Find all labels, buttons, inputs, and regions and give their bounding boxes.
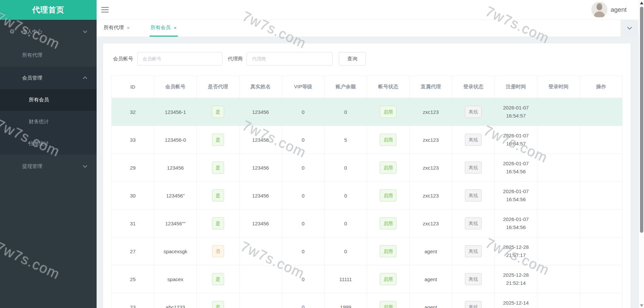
- cell-account: spacex: [154, 265, 197, 293]
- column-header: ID: [112, 76, 154, 98]
- cell-register-time: 2026-01-0716:54:56: [495, 154, 537, 182]
- close-tab-icon[interactable]: ×: [127, 25, 130, 31]
- cell-login-time: [537, 182, 580, 210]
- cell-vip-level: 0: [282, 126, 324, 154]
- cell-login-time: [537, 237, 580, 265]
- sidebar-item-label: 个人中心: [22, 29, 42, 35]
- cell-vip-level: 0: [282, 265, 324, 293]
- cell-action: [580, 237, 622, 265]
- table-row[interactable]: 30 123456" 是 123456 0 0 启用 zxc123 离线 202…: [112, 182, 623, 210]
- cell-vip-level: 0: [282, 154, 324, 182]
- sidebar-item-withdraw-management[interactable]: 提现管理: [0, 155, 97, 178]
- hamburger-menu-icon[interactable]: [101, 7, 109, 12]
- cell-real-name: 123456: [239, 98, 282, 126]
- cell-account-status: 启用: [367, 210, 410, 237]
- agent-filter-input[interactable]: [247, 52, 333, 65]
- cell-real-name: 123456: [239, 154, 282, 182]
- cell-is-agent: 是: [197, 293, 239, 308]
- table-row[interactable]: 33 123456-0 是 123456 0 5 启用 zxc123 离线 20…: [112, 126, 623, 154]
- cell-account: 123456: [154, 154, 197, 182]
- sidebar-item-label: 所有代理: [22, 52, 42, 58]
- content: 会员帐号 代理商 查询 ID会员帐号是否代理真实姓名VIP等级账户余额帐号状态直…: [97, 37, 644, 308]
- cell-direct-agent: zxc123: [410, 98, 452, 126]
- status-badge: 启用: [380, 217, 396, 229]
- cell-account-status: 启用: [367, 182, 410, 210]
- topbar: agent: [97, 0, 644, 20]
- cell-action: [580, 98, 622, 126]
- cell-account: spacexsgk: [154, 237, 197, 265]
- cell-register-time: 2026-01-0716:54:57: [495, 126, 537, 154]
- login-status-badge: 离线: [465, 162, 482, 174]
- sidebar-item-label: 注单统计: [29, 140, 49, 147]
- user-menu[interactable]: agent: [591, 2, 644, 18]
- sidebar-item-member-management[interactable]: 会员管理: [0, 67, 97, 89]
- table-row[interactable]: 31 123456"" 是 123456 0 0 启用 zxc123 离线 20…: [112, 210, 623, 237]
- table-row[interactable]: 29 123456 是 123456 0 0 启用 zxc123 离线 2026…: [112, 154, 623, 182]
- cell-id: 27: [112, 237, 154, 265]
- search-button[interactable]: 查询: [339, 52, 366, 65]
- user-avatar[interactable]: [591, 2, 607, 18]
- cell-id: 32: [112, 98, 154, 126]
- cell-is-agent: 是: [197, 210, 239, 237]
- sidebar-item-label: 所有会员: [29, 97, 49, 103]
- is-agent-badge: 否: [212, 245, 224, 257]
- chevron-up-icon: [83, 76, 87, 81]
- cell-login-time: [537, 265, 580, 293]
- username-label: agent: [610, 6, 627, 13]
- cell-login-status: 离线: [452, 98, 495, 126]
- login-status-badge: 离线: [465, 106, 482, 118]
- sidebar-item-all-agents[interactable]: 所有代理: [0, 43, 97, 67]
- table-row[interactable]: 32 123456-1 是 123456 0 0 启用 zxc123 离线 20…: [112, 98, 623, 126]
- table-row[interactable]: 23 abc1233 是 0 1999 启用 agent 离线 2025-12-…: [112, 293, 623, 308]
- sidebar-item-all-members[interactable]: 所有会员: [0, 89, 97, 111]
- login-status-badge: 离线: [465, 245, 482, 257]
- status-badge: 启用: [380, 273, 396, 285]
- cell-direct-agent: agent: [410, 293, 452, 308]
- cell-account-status: 启用: [367, 265, 410, 293]
- scroll-down-arrow-icon[interactable]: [640, 304, 643, 307]
- cell-vip-level: 0: [282, 293, 324, 308]
- cell-balance: 0: [324, 154, 367, 182]
- status-badge: 启用: [380, 134, 396, 146]
- cell-login-status: 离线: [452, 210, 495, 237]
- is-agent-badge: 是: [212, 106, 224, 118]
- sidebar-item-finance-stats[interactable]: 财务统计: [0, 111, 97, 133]
- tab-bar: 所有代理 × 所有会员 ×: [97, 20, 644, 37]
- tab-label: 所有会员: [151, 25, 171, 31]
- cell-direct-agent: zxc123: [410, 126, 452, 154]
- account-filter-label: 会员帐号: [113, 56, 133, 62]
- sidebar-item-personal-center[interactable]: ⚙ 个人中心: [0, 20, 97, 43]
- tab-overflow-button[interactable]: [621, 20, 638, 37]
- cell-direct-agent: agent: [410, 237, 452, 265]
- cell-login-time: [537, 154, 580, 182]
- cell-login-time: [537, 126, 580, 154]
- cell-id: 31: [112, 210, 154, 237]
- chevron-down-icon: [627, 25, 632, 30]
- column-header: 登录时间: [537, 76, 580, 98]
- close-tab-icon[interactable]: ×: [174, 25, 177, 31]
- scroll-up-arrow-icon[interactable]: [640, 2, 643, 4]
- vertical-scrollbar[interactable]: [639, 0, 644, 308]
- status-badge: 启用: [380, 245, 396, 257]
- cell-register-time: 2025-12-1416:07:04: [495, 293, 537, 308]
- login-status-badge: 离线: [465, 273, 482, 285]
- cell-id: 29: [112, 154, 154, 182]
- cell-login-status: 离线: [452, 126, 495, 154]
- tab-all-agents[interactable]: 所有代理 ×: [103, 20, 131, 37]
- cell-balance: 0: [324, 237, 367, 265]
- cell-is-agent: 是: [197, 182, 239, 210]
- login-status-badge: 离线: [465, 217, 482, 229]
- cell-login-status: 离线: [452, 293, 495, 308]
- table-row[interactable]: 25 spacex 是 0 11111 启用 agent 离线 2025-12-…: [112, 265, 623, 293]
- tab-all-members[interactable]: 所有会员 ×: [150, 20, 178, 37]
- scrollbar-thumb[interactable]: [640, 7, 643, 233]
- chevron-down-icon: [83, 164, 87, 168]
- sidebar-item-bet-stats[interactable]: 注单统计: [0, 133, 97, 155]
- table-row[interactable]: 27 spacexsgk 否 0 0 启用 agent 离线 2025-12-2…: [112, 237, 623, 265]
- account-filter-input[interactable]: [137, 52, 222, 65]
- cell-balance: 5: [324, 126, 367, 154]
- column-header: 注册时间: [495, 76, 537, 98]
- column-header: 会员帐号: [154, 76, 197, 98]
- cell-account-status: 启用: [367, 293, 410, 308]
- cell-vip-level: 0: [282, 182, 324, 210]
